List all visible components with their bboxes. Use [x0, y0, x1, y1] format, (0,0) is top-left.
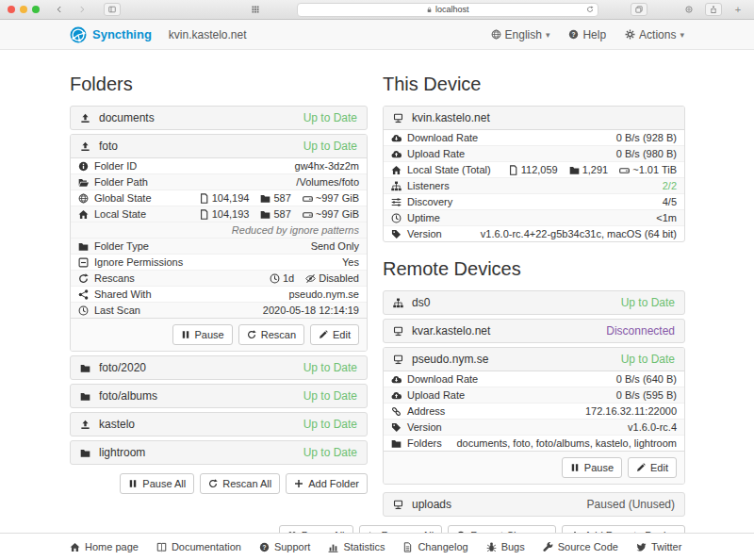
- navbar-device-name: kvin.kastelo.net: [169, 28, 247, 41]
- plus-icon: [294, 479, 303, 488]
- folder-icon: [80, 363, 90, 373]
- folders-heading: Folders: [70, 74, 368, 95]
- documentation-link[interactable]: Documentation: [156, 541, 241, 552]
- shared-with-row: Shared With pseudo.nym.se: [71, 286, 367, 302]
- clock-icon: [270, 273, 280, 284]
- hdd-icon: [303, 209, 313, 220]
- last-scan-row: Last Scan 2020-05-18 12:14:19: [71, 302, 367, 318]
- help-menu[interactable]: Help: [568, 28, 606, 41]
- back-button[interactable]: [51, 3, 68, 16]
- rescan-all-button[interactable]: Rescan All: [200, 473, 280, 494]
- file-text-icon: [402, 542, 413, 552]
- local-state-row: Local State 104,193 587 ~997 GiB: [71, 206, 367, 222]
- home-icon: [70, 542, 80, 552]
- pencil-icon: [319, 330, 328, 339]
- upload-rate-row: Upload Rate 0 B/s (980 B): [384, 145, 684, 161]
- forward-button[interactable]: [74, 3, 90, 16]
- file-icon: [199, 209, 209, 220]
- ignore-patterns-note: Reduced by ignore patterns: [71, 222, 367, 238]
- zoom-window-button[interactable]: [32, 6, 40, 13]
- local-state-total-row: Local State (Total) 112,059 1,291 ~1.01 …: [384, 161, 684, 177]
- sidebar-toggle-button[interactable]: [104, 3, 121, 16]
- browser-chrome: localhost +: [0, 0, 754, 20]
- window-controls[interactable]: [8, 6, 40, 13]
- folder-row-foto-albums[interactable]: foto/albums Up to Date: [70, 384, 368, 408]
- question-icon: [259, 542, 270, 552]
- uptime-row: Uptime <1m: [384, 209, 684, 225]
- folder-path-row: Folder Path /Volumes/foto: [71, 173, 367, 189]
- address-bar[interactable]: localhost: [297, 3, 598, 17]
- twitter-link[interactable]: Twitter: [636, 541, 681, 552]
- close-window-button[interactable]: [8, 6, 15, 13]
- pause-button[interactable]: Pause: [172, 324, 233, 345]
- new-tab-button[interactable]: +: [729, 3, 746, 16]
- cloud-upload-icon: [391, 149, 402, 159]
- folder-row-foto[interactable]: foto Up to Date: [71, 135, 367, 158]
- changelog-link[interactable]: Changelog: [402, 541, 467, 552]
- pause-icon: [181, 330, 190, 339]
- hdd-icon: [303, 193, 313, 204]
- this-device-row[interactable]: kvin.kastelo.net: [384, 107, 684, 130]
- tag-icon: [391, 229, 402, 239]
- refresh-icon: [208, 479, 218, 488]
- device-row-ds0[interactable]: ds0 Up to Date: [383, 290, 685, 315]
- tab-overview-grid-icon[interactable]: [247, 3, 264, 16]
- remote-devices-heading: Remote Devices: [383, 258, 685, 280]
- language-menu[interactable]: English▾: [491, 28, 550, 41]
- version-row: Version v1.6.0-rc.4+22-g5b34c31c, macOS …: [384, 225, 684, 241]
- folder-open-icon: [78, 177, 89, 188]
- folder-row-lightroom[interactable]: lightroom Up to Date: [70, 440, 368, 465]
- bugs-link[interactable]: Bugs: [486, 541, 525, 552]
- add-folder-button[interactable]: Add Folder: [286, 473, 368, 494]
- device-icon: [393, 113, 403, 124]
- cloud-download-icon: [391, 133, 402, 143]
- this-device-heading: This Device: [383, 74, 685, 95]
- folder-icon: [78, 241, 89, 252]
- folder-icon: [569, 165, 580, 175]
- device-row-pseudo[interactable]: pseudo.nym.se Up to Date: [384, 348, 684, 371]
- device-row-kvar[interactable]: kvar.kastelo.net Disconnected: [383, 319, 685, 343]
- share-icon: [78, 289, 89, 300]
- status-badge: Up to Date: [621, 296, 675, 309]
- clock-icon: [78, 305, 89, 316]
- chevron-down-icon: ▾: [546, 30, 550, 40]
- sliders-icon: [391, 197, 402, 207]
- status-badge: Up to Date: [303, 446, 357, 459]
- share-button[interactable]: [705, 3, 722, 16]
- download-rate-row: Download Rate 0 B/s (928 B): [384, 130, 684, 145]
- upload-icon: [80, 420, 90, 430]
- folder-row-documents[interactable]: documents Up to Date: [70, 106, 368, 130]
- wrench-icon: [543, 542, 553, 552]
- statistics-link[interactable]: Statistics: [328, 541, 385, 552]
- privacy-report-icon[interactable]: [680, 3, 697, 16]
- syncthing-logo-icon: [70, 26, 87, 43]
- lock-icon: [426, 7, 433, 13]
- show-tabs-button[interactable]: [631, 3, 647, 16]
- rescan-button[interactable]: Rescan: [238, 324, 304, 345]
- question-icon: [568, 29, 579, 40]
- edit-button[interactable]: Edit: [310, 324, 359, 345]
- actions-menu[interactable]: Actions▾: [625, 28, 684, 41]
- folder-icon: [260, 193, 270, 204]
- upload-icon: [80, 113, 90, 124]
- pause-button[interactable]: Pause: [562, 457, 622, 478]
- book-icon: [156, 542, 167, 552]
- folder-panel-foto: foto Up to Date Folder ID gw4hx-3dz2m Fo…: [70, 134, 368, 352]
- device-row-uploads[interactable]: uploads Paused (Unused): [383, 492, 685, 517]
- home-page-link[interactable]: Home page: [70, 541, 139, 552]
- source-code-link[interactable]: Source Code: [543, 541, 618, 552]
- home-icon: [78, 209, 89, 220]
- upload-rate-row: Upload Rate 0 B/s (595 B): [384, 387, 684, 403]
- support-link[interactable]: Support: [259, 541, 311, 552]
- folder-row-foto-2020[interactable]: foto/2020 Up to Date: [70, 355, 368, 380]
- edit-button[interactable]: Edit: [628, 457, 677, 478]
- status-badge: Up to Date: [621, 353, 675, 366]
- pause-all-folders-button[interactable]: Pause All: [120, 473, 194, 494]
- folder-row-kastelo[interactable]: kastelo Up to Date: [70, 412, 368, 436]
- status-badge: Disconnected: [606, 324, 675, 338]
- cloud-upload-icon: [391, 390, 402, 401]
- reload-icon[interactable]: [586, 6, 594, 15]
- globe-icon: [78, 193, 89, 204]
- minimize-window-button[interactable]: [20, 6, 27, 13]
- device-icon: [393, 298, 403, 308]
